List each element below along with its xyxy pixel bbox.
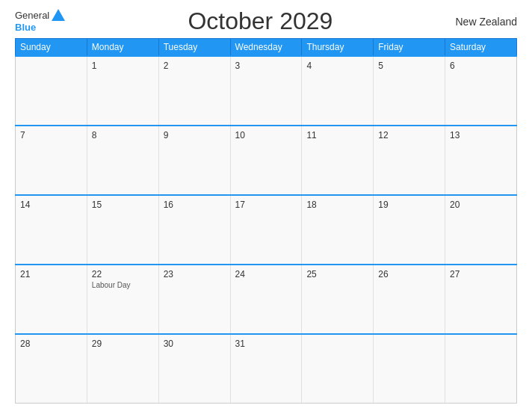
day-number: 17 — [235, 200, 297, 210]
calendar-cell: 4 — [302, 56, 374, 126]
calendar-week-row: 2122Labour Day2324252627 — [16, 265, 517, 334]
day-number: 9 — [164, 130, 226, 140]
calendar-cell — [374, 334, 445, 404]
calendar-week-row: 123456 — [16, 56, 517, 126]
calendar-cell: 8 — [87, 126, 158, 195]
calendar-cell: 29 — [87, 334, 158, 404]
calendar-cell: 25 — [302, 265, 374, 334]
calendar-cell: 5 — [374, 56, 445, 126]
day-number: 7 — [20, 130, 82, 140]
calendar-cell: 23 — [158, 265, 230, 334]
day-number: 10 — [235, 130, 297, 140]
day-number: 31 — [235, 339, 297, 349]
day-number: 11 — [306, 130, 368, 140]
calendar-header: General Blue October 2029 New Zealand — [15, 7, 517, 35]
day-number: 16 — [164, 200, 226, 210]
day-number: 23 — [164, 269, 226, 279]
calendar-week-row: 28293031 — [16, 334, 517, 404]
calendar-cell: 26 — [374, 265, 445, 334]
col-monday: Monday — [87, 39, 158, 57]
calendar-table: Sunday Monday Tuesday Wednesday Thursday… — [15, 38, 517, 404]
day-number: 12 — [378, 130, 440, 140]
day-number: 24 — [235, 269, 297, 279]
day-number: 29 — [92, 339, 154, 349]
calendar-header-row: Sunday Monday Tuesday Wednesday Thursday… — [16, 39, 517, 57]
month-title: October 2029 — [188, 7, 332, 35]
col-wednesday: Wednesday — [230, 39, 302, 57]
calendar-cell: 12 — [374, 126, 445, 195]
calendar-cell: 15 — [87, 195, 158, 265]
calendar-cell: 3 — [230, 56, 302, 126]
calendar-cell: 7 — [16, 126, 87, 195]
calendar-cell — [445, 334, 517, 404]
day-number: 21 — [20, 269, 82, 279]
day-number: 28 — [20, 339, 82, 349]
day-number: 27 — [450, 269, 512, 279]
col-friday: Friday — [374, 39, 445, 57]
holiday-label: Labour Day — [92, 281, 154, 289]
calendar-cell: 17 — [230, 195, 302, 265]
calendar-cell: 24 — [230, 265, 302, 334]
day-number: 22 — [92, 269, 154, 279]
day-number: 15 — [92, 200, 154, 210]
day-number: 3 — [235, 61, 297, 71]
day-number: 1 — [92, 61, 154, 71]
calendar-cell: 28 — [16, 334, 87, 404]
logo-triangle-icon — [52, 9, 65, 21]
calendar-week-row: 14151617181920 — [16, 195, 517, 265]
calendar-cell: 11 — [302, 126, 374, 195]
col-tuesday: Tuesday — [158, 39, 230, 57]
calendar-cell — [302, 334, 374, 404]
day-number: 6 — [450, 61, 512, 71]
logo-text-blue: Blue — [15, 22, 36, 34]
calendar-cell: 21 — [16, 265, 87, 334]
day-number: 25 — [306, 269, 368, 279]
calendar-cell: 16 — [158, 195, 230, 265]
calendar-cell: 18 — [302, 195, 374, 265]
col-sunday: Sunday — [16, 39, 87, 57]
calendar-cell: 13 — [445, 126, 517, 195]
col-thursday: Thursday — [302, 39, 374, 57]
day-number: 18 — [306, 200, 368, 210]
calendar-cell: 10 — [230, 126, 302, 195]
day-number: 2 — [164, 61, 226, 71]
calendar-cell: 30 — [158, 334, 230, 404]
day-number: 20 — [450, 200, 512, 210]
calendar-cell: 31 — [230, 334, 302, 404]
day-number: 5 — [378, 61, 440, 71]
logo: General Blue — [15, 10, 65, 33]
calendar-body: 12345678910111213141516171819202122Labou… — [16, 56, 517, 404]
col-saturday: Saturday — [445, 39, 517, 57]
day-number: 13 — [450, 130, 512, 140]
day-number: 14 — [20, 200, 82, 210]
day-number: 4 — [306, 61, 368, 71]
calendar-cell: 2 — [158, 56, 230, 126]
calendar-cell — [16, 56, 87, 126]
country-label: New Zealand — [456, 16, 518, 28]
calendar-cell: 6 — [445, 56, 517, 126]
calendar-cell: 20 — [445, 195, 517, 265]
calendar-cell: 9 — [158, 126, 230, 195]
day-number: 30 — [164, 339, 226, 349]
calendar-cell: 19 — [374, 195, 445, 265]
calendar-cell: 27 — [445, 265, 517, 334]
calendar-cell: 1 — [87, 56, 158, 126]
day-number: 19 — [378, 200, 440, 210]
calendar-cell: 14 — [16, 195, 87, 265]
day-number: 26 — [378, 269, 440, 279]
logo-text-general: General — [15, 10, 49, 22]
calendar-cell: 22Labour Day — [87, 265, 158, 334]
day-number: 8 — [92, 130, 154, 140]
calendar-week-row: 78910111213 — [16, 126, 517, 195]
